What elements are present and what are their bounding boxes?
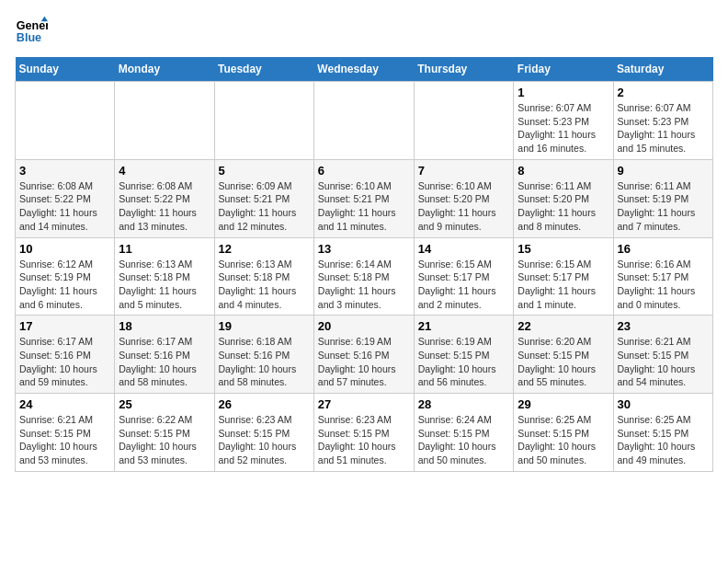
day-of-week-header: Thursday bbox=[414, 57, 514, 82]
day-of-week-header: Saturday bbox=[613, 57, 713, 82]
day-detail: Sunrise: 6:09 AM Sunset: 5:21 PM Dayligh… bbox=[219, 179, 310, 234]
day-number: 12 bbox=[219, 242, 310, 256]
day-number: 18 bbox=[119, 319, 210, 333]
calendar-cell: 27Sunrise: 6:23 AM Sunset: 5:15 PM Dayli… bbox=[313, 394, 414, 472]
day-detail: Sunrise: 6:17 AM Sunset: 5:16 PM Dayligh… bbox=[19, 335, 110, 389]
day-number: 30 bbox=[618, 397, 710, 411]
day-detail: Sunrise: 6:23 AM Sunset: 5:15 PM Dayligh… bbox=[318, 413, 410, 467]
day-number: 9 bbox=[618, 164, 710, 178]
day-number: 10 bbox=[19, 242, 110, 256]
calendar-week-row: 10Sunrise: 6:12 AM Sunset: 5:19 PM Dayli… bbox=[16, 237, 713, 316]
day-of-week-header: Wednesday bbox=[313, 57, 414, 82]
calendar-cell: 16Sunrise: 6:16 AM Sunset: 5:17 PM Dayli… bbox=[613, 237, 713, 316]
svg-text:Blue: Blue bbox=[17, 31, 41, 44]
day-number: 22 bbox=[518, 319, 609, 333]
day-detail: Sunrise: 6:13 AM Sunset: 5:18 PM Dayligh… bbox=[119, 258, 210, 312]
day-of-week-header: Friday bbox=[514, 57, 613, 82]
day-number: 15 bbox=[518, 242, 609, 256]
day-number: 13 bbox=[318, 242, 410, 256]
day-detail: Sunrise: 6:08 AM Sunset: 5:22 PM Dayligh… bbox=[19, 179, 110, 234]
day-number: 14 bbox=[418, 242, 510, 256]
calendar-cell bbox=[214, 82, 313, 160]
day-number: 11 bbox=[119, 242, 210, 256]
calendar-cell: 7Sunrise: 6:10 AM Sunset: 5:20 PM Daylig… bbox=[414, 159, 514, 237]
day-detail: Sunrise: 6:25 AM Sunset: 5:15 PM Dayligh… bbox=[518, 413, 609, 467]
day-number: 26 bbox=[219, 397, 310, 411]
day-number: 2 bbox=[618, 86, 710, 99]
calendar-cell bbox=[414, 82, 514, 160]
day-number: 16 bbox=[618, 242, 710, 256]
day-detail: Sunrise: 6:16 AM Sunset: 5:17 PM Dayligh… bbox=[618, 258, 710, 312]
calendar-cell: 24Sunrise: 6:21 AM Sunset: 5:15 PM Dayli… bbox=[16, 394, 115, 472]
logo: General Blue bbox=[15, 15, 51, 48]
calendar-cell: 28Sunrise: 6:24 AM Sunset: 5:15 PM Dayli… bbox=[414, 394, 514, 472]
day-number: 4 bbox=[119, 164, 210, 178]
calendar-week-row: 24Sunrise: 6:21 AM Sunset: 5:15 PM Dayli… bbox=[16, 394, 713, 472]
day-number: 17 bbox=[19, 319, 110, 333]
day-number: 6 bbox=[318, 164, 410, 178]
day-detail: Sunrise: 6:21 AM Sunset: 5:15 PM Dayligh… bbox=[618, 335, 710, 389]
calendar-cell: 2Sunrise: 6:07 AM Sunset: 5:23 PM Daylig… bbox=[613, 82, 713, 160]
day-detail: Sunrise: 6:15 AM Sunset: 5:17 PM Dayligh… bbox=[418, 258, 510, 312]
calendar-cell: 21Sunrise: 6:19 AM Sunset: 5:15 PM Dayli… bbox=[414, 316, 514, 394]
day-number: 8 bbox=[518, 164, 609, 178]
calendar-cell: 20Sunrise: 6:19 AM Sunset: 5:16 PM Dayli… bbox=[313, 316, 414, 394]
day-detail: Sunrise: 6:21 AM Sunset: 5:15 PM Dayligh… bbox=[19, 413, 110, 467]
day-of-week-header: Monday bbox=[115, 57, 214, 82]
day-number: 28 bbox=[418, 397, 510, 411]
calendar-week-row: 17Sunrise: 6:17 AM Sunset: 5:16 PM Dayli… bbox=[16, 316, 713, 394]
calendar-cell: 30Sunrise: 6:25 AM Sunset: 5:15 PM Dayli… bbox=[613, 394, 713, 472]
calendar-cell bbox=[115, 82, 214, 160]
calendar-week-row: 3Sunrise: 6:08 AM Sunset: 5:22 PM Daylig… bbox=[16, 159, 713, 237]
calendar-cell: 8Sunrise: 6:11 AM Sunset: 5:20 PM Daylig… bbox=[514, 159, 613, 237]
day-number: 7 bbox=[418, 164, 510, 178]
day-detail: Sunrise: 6:20 AM Sunset: 5:15 PM Dayligh… bbox=[518, 335, 609, 389]
calendar-cell: 17Sunrise: 6:17 AM Sunset: 5:16 PM Dayli… bbox=[16, 316, 115, 394]
calendar-header-row: SundayMondayTuesdayWednesdayThursdayFrid… bbox=[16, 57, 713, 82]
calendar-cell: 4Sunrise: 6:08 AM Sunset: 5:22 PM Daylig… bbox=[115, 159, 214, 237]
calendar-cell: 11Sunrise: 6:13 AM Sunset: 5:18 PM Dayli… bbox=[115, 237, 214, 316]
day-number: 24 bbox=[19, 397, 110, 411]
day-number: 27 bbox=[318, 397, 410, 411]
calendar-table: SundayMondayTuesdayWednesdayThursdayFrid… bbox=[15, 57, 713, 472]
day-of-week-header: Tuesday bbox=[214, 57, 313, 82]
day-detail: Sunrise: 6:10 AM Sunset: 5:21 PM Dayligh… bbox=[318, 179, 410, 234]
day-detail: Sunrise: 6:14 AM Sunset: 5:18 PM Dayligh… bbox=[318, 258, 410, 312]
calendar-cell: 14Sunrise: 6:15 AM Sunset: 5:17 PM Dayli… bbox=[414, 237, 514, 316]
day-number: 21 bbox=[418, 319, 510, 333]
page-header: General Blue bbox=[15, 15, 713, 48]
day-detail: Sunrise: 6:22 AM Sunset: 5:15 PM Dayligh… bbox=[119, 413, 210, 467]
day-number: 20 bbox=[318, 319, 410, 333]
calendar-cell: 6Sunrise: 6:10 AM Sunset: 5:21 PM Daylig… bbox=[313, 159, 414, 237]
calendar-cell: 26Sunrise: 6:23 AM Sunset: 5:15 PM Dayli… bbox=[214, 394, 313, 472]
calendar-cell: 1Sunrise: 6:07 AM Sunset: 5:23 PM Daylig… bbox=[514, 82, 613, 160]
calendar-cell: 10Sunrise: 6:12 AM Sunset: 5:19 PM Dayli… bbox=[16, 237, 115, 316]
day-detail: Sunrise: 6:17 AM Sunset: 5:16 PM Dayligh… bbox=[119, 335, 210, 389]
day-detail: Sunrise: 6:11 AM Sunset: 5:19 PM Dayligh… bbox=[618, 179, 710, 234]
day-detail: Sunrise: 6:19 AM Sunset: 5:16 PM Dayligh… bbox=[318, 335, 410, 389]
day-detail: Sunrise: 6:07 AM Sunset: 5:23 PM Dayligh… bbox=[518, 101, 609, 155]
day-detail: Sunrise: 6:25 AM Sunset: 5:15 PM Dayligh… bbox=[618, 413, 710, 467]
calendar-week-row: 1Sunrise: 6:07 AM Sunset: 5:23 PM Daylig… bbox=[16, 82, 713, 160]
day-detail: Sunrise: 6:18 AM Sunset: 5:16 PM Dayligh… bbox=[219, 335, 310, 389]
calendar-cell: 23Sunrise: 6:21 AM Sunset: 5:15 PM Dayli… bbox=[613, 316, 713, 394]
calendar-cell bbox=[16, 82, 115, 160]
day-detail: Sunrise: 6:08 AM Sunset: 5:22 PM Dayligh… bbox=[119, 179, 210, 234]
day-number: 5 bbox=[219, 164, 310, 178]
calendar-cell: 19Sunrise: 6:18 AM Sunset: 5:16 PM Dayli… bbox=[214, 316, 313, 394]
day-detail: Sunrise: 6:12 AM Sunset: 5:19 PM Dayligh… bbox=[19, 258, 110, 312]
day-detail: Sunrise: 6:11 AM Sunset: 5:20 PM Dayligh… bbox=[518, 179, 609, 234]
calendar-cell: 22Sunrise: 6:20 AM Sunset: 5:15 PM Dayli… bbox=[514, 316, 613, 394]
calendar-cell: 18Sunrise: 6:17 AM Sunset: 5:16 PM Dayli… bbox=[115, 316, 214, 394]
calendar-cell: 29Sunrise: 6:25 AM Sunset: 5:15 PM Dayli… bbox=[514, 394, 613, 472]
day-number: 23 bbox=[618, 319, 710, 333]
day-number: 29 bbox=[518, 397, 609, 411]
day-number: 1 bbox=[518, 86, 609, 99]
calendar-cell: 5Sunrise: 6:09 AM Sunset: 5:21 PM Daylig… bbox=[214, 159, 313, 237]
day-detail: Sunrise: 6:23 AM Sunset: 5:15 PM Dayligh… bbox=[219, 413, 310, 467]
day-detail: Sunrise: 6:15 AM Sunset: 5:17 PM Dayligh… bbox=[518, 258, 609, 312]
day-detail: Sunrise: 6:10 AM Sunset: 5:20 PM Dayligh… bbox=[418, 179, 510, 234]
day-detail: Sunrise: 6:19 AM Sunset: 5:15 PM Dayligh… bbox=[418, 335, 510, 389]
day-number: 3 bbox=[19, 164, 110, 178]
day-detail: Sunrise: 6:07 AM Sunset: 5:23 PM Dayligh… bbox=[618, 101, 710, 155]
